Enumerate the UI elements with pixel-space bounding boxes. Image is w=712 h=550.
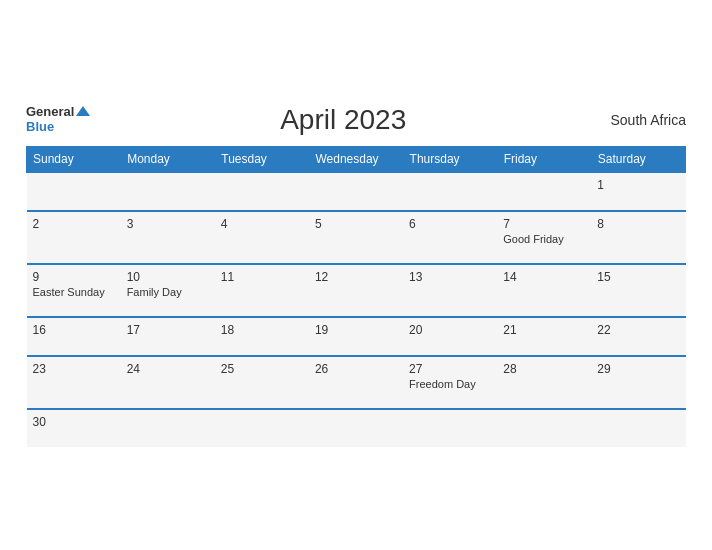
header-tuesday: Tuesday (215, 146, 309, 172)
day-number: 12 (315, 270, 397, 284)
calendar-cell-r3-c0: 16 (27, 317, 121, 356)
day-number: 23 (33, 362, 115, 376)
calendar-cell-r2-c1: 10Family Day (121, 264, 215, 317)
day-number: 24 (127, 362, 209, 376)
day-number: 3 (127, 217, 209, 231)
day-number: 9 (33, 270, 115, 284)
calendar-cell-r5-c4 (403, 409, 497, 447)
logo-general-text: General (26, 105, 90, 119)
calendar-cell-r2-c2: 11 (215, 264, 309, 317)
calendar-cell-r5-c6 (591, 409, 685, 447)
day-number: 11 (221, 270, 303, 284)
day-number: 18 (221, 323, 303, 337)
day-number: 22 (597, 323, 679, 337)
calendar-cell-r2-c6: 15 (591, 264, 685, 317)
calendar-cell-r1-c6: 8 (591, 211, 685, 264)
calendar-cell-r3-c1: 17 (121, 317, 215, 356)
calendar-cell-r1-c3: 5 (309, 211, 403, 264)
header-sunday: Sunday (27, 146, 121, 172)
calendar-cell-r3-c5: 21 (497, 317, 591, 356)
day-number: 17 (127, 323, 209, 337)
day-number: 16 (33, 323, 115, 337)
header-saturday: Saturday (591, 146, 685, 172)
calendar-cell-r0-c0 (27, 172, 121, 211)
calendar-cell-r0-c4 (403, 172, 497, 211)
calendar-cell-r5-c1 (121, 409, 215, 447)
logo: General Blue (26, 105, 90, 134)
calendar-row-5: 30 (27, 409, 686, 447)
day-number: 20 (409, 323, 491, 337)
calendar-cell-r4-c0: 23 (27, 356, 121, 409)
day-number: 26 (315, 362, 397, 376)
header-thursday: Thursday (403, 146, 497, 172)
calendar-cell-r0-c5 (497, 172, 591, 211)
header-monday: Monday (121, 146, 215, 172)
day-number: 28 (503, 362, 585, 376)
country-label: South Africa (596, 112, 686, 128)
calendar-cell-r4-c6: 29 (591, 356, 685, 409)
calendar-cell-r1-c5: 7Good Friday (497, 211, 591, 264)
header-wednesday: Wednesday (309, 146, 403, 172)
logo-triangle-icon (76, 106, 90, 116)
day-number: 5 (315, 217, 397, 231)
calendar-row-3: 16171819202122 (27, 317, 686, 356)
calendar-cell-r0-c3 (309, 172, 403, 211)
day-number: 7 (503, 217, 585, 231)
calendar-table: Sunday Monday Tuesday Wednesday Thursday… (26, 146, 686, 447)
logo-blue-text: Blue (26, 120, 54, 134)
holiday-label: Easter Sunday (33, 286, 115, 298)
day-number: 19 (315, 323, 397, 337)
calendar-cell-r4-c4: 27Freedom Day (403, 356, 497, 409)
weekday-header-row: Sunday Monday Tuesday Wednesday Thursday… (27, 146, 686, 172)
calendar-cell-r2-c0: 9Easter Sunday (27, 264, 121, 317)
calendar-cell-r4-c2: 25 (215, 356, 309, 409)
calendar-cell-r4-c5: 28 (497, 356, 591, 409)
holiday-label: Good Friday (503, 233, 585, 245)
day-number: 1 (597, 178, 679, 192)
day-number: 15 (597, 270, 679, 284)
calendar-cell-r3-c6: 22 (591, 317, 685, 356)
header-friday: Friday (497, 146, 591, 172)
day-number: 8 (597, 217, 679, 231)
calendar-cell-r0-c1 (121, 172, 215, 211)
calendar-cell-r3-c4: 20 (403, 317, 497, 356)
calendar-row-1: 234567Good Friday8 (27, 211, 686, 264)
calendar-cell-r1-c1: 3 (121, 211, 215, 264)
calendar-cell-r1-c2: 4 (215, 211, 309, 264)
day-number: 30 (33, 415, 115, 429)
calendar-cell-r3-c2: 18 (215, 317, 309, 356)
day-number: 10 (127, 270, 209, 284)
holiday-label: Freedom Day (409, 378, 491, 390)
day-number: 4 (221, 217, 303, 231)
day-number: 29 (597, 362, 679, 376)
day-number: 6 (409, 217, 491, 231)
calendar-cell-r4-c1: 24 (121, 356, 215, 409)
calendar-cell-r1-c4: 6 (403, 211, 497, 264)
calendar-row-4: 2324252627Freedom Day2829 (27, 356, 686, 409)
calendar-cell-r2-c4: 13 (403, 264, 497, 317)
calendar-cell-r0-c2 (215, 172, 309, 211)
calendar-cell-r5-c2 (215, 409, 309, 447)
calendar-cell-r1-c0: 2 (27, 211, 121, 264)
holiday-label: Family Day (127, 286, 209, 298)
calendar-row-2: 9Easter Sunday10Family Day1112131415 (27, 264, 686, 317)
calendar-cell-r5-c0: 30 (27, 409, 121, 447)
calendar-title: April 2023 (90, 104, 596, 136)
calendar-cell-r3-c3: 19 (309, 317, 403, 356)
calendar-row-0: 1 (27, 172, 686, 211)
calendar-cell-r5-c5 (497, 409, 591, 447)
day-number: 25 (221, 362, 303, 376)
calendar-container: General Blue April 2023 South Africa Sun… (10, 92, 702, 459)
calendar-cell-r5-c3 (309, 409, 403, 447)
calendar-cell-r0-c6: 1 (591, 172, 685, 211)
day-number: 2 (33, 217, 115, 231)
calendar-cell-r4-c3: 26 (309, 356, 403, 409)
calendar-cell-r2-c5: 14 (497, 264, 591, 317)
day-number: 21 (503, 323, 585, 337)
day-number: 27 (409, 362, 491, 376)
day-number: 13 (409, 270, 491, 284)
calendar-header: General Blue April 2023 South Africa (26, 104, 686, 136)
day-number: 14 (503, 270, 585, 284)
calendar-cell-r2-c3: 12 (309, 264, 403, 317)
